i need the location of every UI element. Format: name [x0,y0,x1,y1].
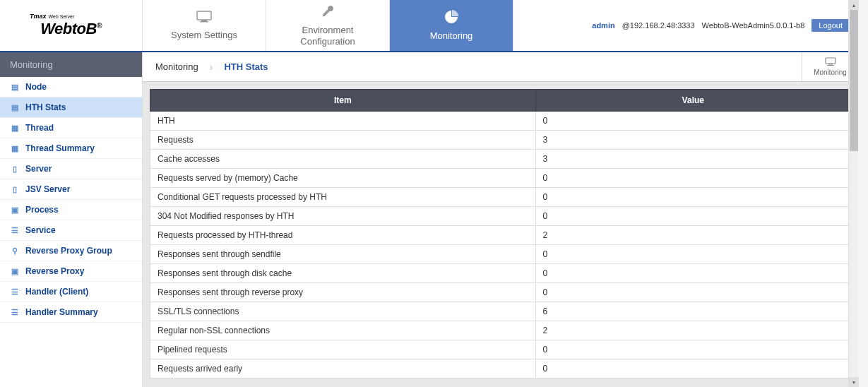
header-right: admin @192.168.2.48:3333 WebtoB-WebAdmin… [513,0,858,51]
cell-value: 0 [535,169,850,188]
sidebar-item-label: Server [25,164,52,174]
cell-item: HTH [150,112,536,131]
breadcrumb-right-label: Monitoring [814,69,847,76]
sidebar-item-label: Thread [25,123,54,133]
cell-value: 2 [535,321,850,340]
list-icon: ☰ [10,287,20,297]
scroll-down-icon[interactable]: ▾ [849,377,859,387]
cell-value: 0 [535,245,850,264]
tab-environment-configuration[interactable]: Environment Configuration [266,0,390,51]
version-label: WebtoB-WebAdmin5.0.0.1-b8 [702,21,805,30]
breadcrumb-bar: Monitoring › HTH Stats Monitoring [143,52,858,82]
list-icon: ☰ [10,225,20,235]
logo-small-sub: Web Server [49,14,75,19]
cell-item: SSL/TLS connections [150,302,536,321]
sidebar-item-reverse-proxy[interactable]: ▣ Reverse Proxy [0,261,142,282]
cell-value: 3 [535,131,850,150]
logo-small-text: Tmax [30,13,47,20]
cell-value: 2 [535,226,850,245]
cell-value: 0 [535,359,850,379]
header: TmaxWeb Server WebtoB® System Settings E… [0,0,858,52]
logo[interactable]: TmaxWeb Server WebtoB® [0,0,143,51]
sidebar-item-label: Thread Summary [25,143,95,153]
sidebar-item-jsv-server[interactable]: ▯ JSV Server [0,179,142,200]
table-row: Requests served by (memory) Cache0 [150,169,851,188]
logo-main-text: WebtoB [40,20,97,37]
sidebar-header: Monitoring [0,52,142,77]
cell-item: Regular non-SSL connections [150,321,536,340]
svg-rect-4 [828,64,833,65]
tab-monitoring[interactable]: Monitoring [390,0,513,51]
breadcrumb-current: HTH Stats [224,61,268,72]
sidebar-item-label: HTH Stats [25,102,66,112]
cell-value: 0 [535,188,850,207]
logo-small: TmaxWeb Server [30,13,74,20]
user-label: admin [592,21,614,30]
sidebar-item-handler-summary[interactable]: ☰ Handler Summary [0,302,142,323]
table-row: SSL/TLS connections6 [150,302,851,321]
list-icon: ▤ [10,102,20,112]
wrench-icon [321,4,335,22]
sidebar-item-label: Reverse Proxy [25,266,84,276]
grid-icon: ▦ [10,123,20,133]
cell-item: Cache accesses [150,150,536,169]
cell-value: 0 [535,340,850,359]
cell-item: Requests arrived early [150,359,536,379]
cell-item: Responses sent through sendfile [150,245,536,264]
server-address: @192.168.2.48:3333 [622,21,695,30]
tab-label: System Settings [171,30,237,41]
scrollbar-thumb[interactable] [850,10,858,151]
cell-item: Requests processed by HTH-thread [150,226,536,245]
sidebar-item-process[interactable]: ▣ Process [0,200,142,220]
table-row: Requests arrived early0 [150,359,851,379]
sidebar-item-handler-client[interactable]: ☰ Handler (Client) [0,282,142,302]
svg-rect-3 [826,58,836,64]
table-row: Responses sent through disk cache0 [150,264,851,283]
cell-item: Requests [150,131,536,150]
sidebar-item-label: Handler (Client) [25,287,88,297]
svg-rect-0 [197,11,211,20]
page-scrollbar[interactable]: ▴ ▾ [848,0,858,387]
sidebar-item-reverse-proxy-group[interactable]: ⚲ Reverse Proxy Group [0,241,142,261]
sidebar-item-node[interactable]: ▤ Node [0,77,142,97]
cell-value: 3 [535,150,850,169]
grid-icon: ▦ [10,143,20,153]
table-row: Regular non-SSL connections2 [150,321,851,340]
cell-item: 304 Not Modified responses by HTH [150,207,536,226]
cell-item: Requests served by (memory) Cache [150,169,536,188]
cell-value: 0 [535,264,850,283]
tab-label: Monitoring [430,30,473,42]
svg-rect-5 [827,65,834,66]
search-icon: ⚲ [10,246,20,256]
sidebar-item-service[interactable]: ☰ Service [0,220,142,241]
document-icon: ▯ [10,164,20,174]
cell-item: Pipelined requests [150,340,536,359]
nav-tabs: System Settings Environment Configuratio… [143,0,513,51]
breadcrumb-root[interactable]: Monitoring [155,61,198,72]
scroll-up-icon[interactable]: ▴ [849,0,859,10]
table-row: Responses sent through reverse proxy0 [150,283,851,302]
table-row: Conditional GET requests processed by HT… [150,188,851,207]
table-row: Cache accesses3 [150,150,851,169]
cell-value: 0 [535,207,850,226]
table-row: Requests3 [150,131,851,150]
cell-value: 0 [535,112,850,131]
pie-chart-icon [444,10,458,28]
sidebar-item-label: Reverse Proxy Group [25,246,112,256]
list-icon: ▤ [10,82,20,92]
sidebar-item-thread-summary[interactable]: ▦ Thread Summary [0,138,142,159]
stack-icon: ▣ [10,266,20,276]
document-icon: ▯ [10,184,20,194]
cell-value: 0 [535,283,850,302]
logout-button[interactable]: Logout [811,19,850,32]
logo-reg: ® [97,22,102,30]
tab-system-settings[interactable]: System Settings [143,0,266,51]
table-row: 304 Not Modified responses by HTH0 [150,207,851,226]
sidebar-item-server[interactable]: ▯ Server [0,159,142,179]
sidebar-item-hth-stats[interactable]: ▤ HTH Stats [0,97,142,118]
sidebar-item-label: JSV Server [25,184,70,194]
sidebar-item-label: Process [25,205,59,215]
sidebar-item-thread[interactable]: ▦ Thread [0,118,142,138]
table-row: Pipelined requests0 [150,340,851,359]
table-row: Responses sent through sendfile0 [150,245,851,264]
